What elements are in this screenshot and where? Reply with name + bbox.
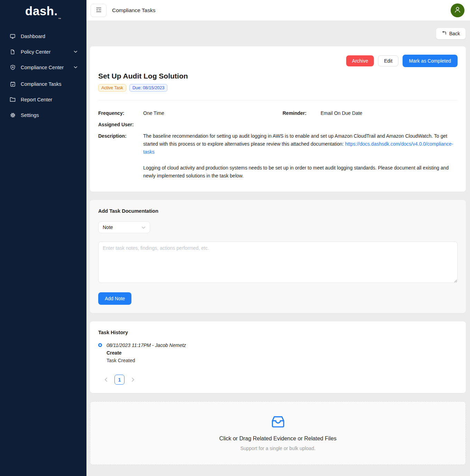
sidebar-item-compliance-center[interactable]: Compliance Center xyxy=(0,60,86,75)
description-label: Description: xyxy=(98,132,143,140)
sidebar: dash.™ Dashboard Policy Center Complianc… xyxy=(0,0,86,476)
upload-main-text: Click or Drag Related Evidence or Relate… xyxy=(219,436,337,442)
top-header: Compliance Tasks xyxy=(86,0,470,21)
page-title: Compliance Tasks xyxy=(112,7,156,13)
back-button[interactable]: Back xyxy=(436,28,466,39)
sidebar-item-label: Compliance Center xyxy=(21,65,64,70)
calendar-check-icon xyxy=(10,81,16,87)
brand-name: dash. xyxy=(25,4,58,18)
task-detail-card: Archive Edit Mark as Completed Set Up Au… xyxy=(90,46,466,192)
sidebar-item-label: Compliance Tasks xyxy=(21,81,61,87)
chevron-down-icon xyxy=(74,66,77,68)
status-badge: Active Task xyxy=(98,84,126,92)
task-badges: Active Task Due: 08/15/2023 xyxy=(98,84,458,92)
pagination-page-1[interactable]: 1 xyxy=(114,375,125,385)
sidebar-item-label: Dashboard xyxy=(21,34,45,39)
history-timestamp: 08/11/2023 11:17PM - Jacob Nemetz xyxy=(107,341,186,349)
edit-button[interactable]: Edit xyxy=(378,55,398,66)
divider xyxy=(98,100,458,100)
shield-icon xyxy=(10,65,16,70)
upload-hint-text: Support for a single or bulk upload. xyxy=(240,446,315,451)
folder-icon xyxy=(10,97,16,102)
frequency-label: Frequency: xyxy=(98,109,143,117)
history-entry-body: 08/11/2023 11:17PM - Jacob Nemetz Create… xyxy=(107,341,186,364)
description-paragraph: Logging of cloud activity and production… xyxy=(143,164,458,180)
chevron-left-icon xyxy=(104,377,108,382)
documentation-type-select[interactable]: Note xyxy=(98,221,150,233)
task-note-input[interactable] xyxy=(98,241,458,283)
sidebar-item-settings[interactable]: Settings xyxy=(0,107,86,123)
frequency-value: One Time xyxy=(143,109,283,117)
user-avatar[interactable] xyxy=(451,3,464,17)
frequency-reminder-row: Frequency: One Time Reminder: Email On D… xyxy=(98,109,458,117)
history-action: Create xyxy=(107,349,186,357)
assigned-user-label: Assigned User: xyxy=(98,121,143,129)
task-history-card: Task History 08/11/2023 11:17PM - Jacob … xyxy=(90,321,466,393)
sidebar-item-label: Settings xyxy=(21,112,39,118)
task-history-heading: Task History xyxy=(98,330,458,335)
add-note-button[interactable]: Add Note xyxy=(98,292,131,305)
user-icon xyxy=(454,6,461,15)
chevron-down-icon xyxy=(74,51,77,53)
add-documentation-heading: Add Task Documentation xyxy=(98,208,458,214)
assigned-user-row: Assigned User: xyxy=(98,121,458,129)
rollback-icon xyxy=(442,31,446,36)
sidebar-item-compliance-tasks[interactable]: Compliance Tasks xyxy=(0,76,86,92)
back-button-label: Back xyxy=(449,31,460,36)
document-icon xyxy=(10,49,16,55)
file-upload-dropzone[interactable]: Click or Drag Related Evidence or Relate… xyxy=(90,401,466,465)
main-column: Compliance Tasks Back Archive xyxy=(86,0,470,476)
menu-fold-icon xyxy=(96,7,102,13)
reminder-value: Email On Due Date xyxy=(321,109,458,117)
back-row: Back xyxy=(90,28,466,39)
description-text: The baseline recommendation for setting … xyxy=(143,132,458,180)
inbox-icon xyxy=(271,415,285,430)
pagination-prev-button[interactable] xyxy=(103,376,109,383)
mark-completed-button[interactable]: Mark as Completed xyxy=(403,55,458,67)
app-root: dash.™ Dashboard Policy Center Complianc… xyxy=(0,0,470,476)
sidebar-item-dashboard[interactable]: Dashboard xyxy=(0,28,86,44)
description-row: Description: The baseline recommendation… xyxy=(98,132,458,180)
documentation-type-value: Note xyxy=(103,225,113,230)
monitor-icon xyxy=(10,34,16,39)
history-entry: 08/11/2023 11:17PM - Jacob Nemetz Create… xyxy=(98,341,458,364)
sidebar-item-label: Policy Center xyxy=(21,49,50,55)
gear-icon xyxy=(10,112,16,118)
task-actions-row: Archive Edit Mark as Completed xyxy=(98,55,458,67)
due-date-badge: Due: 08/15/2023 xyxy=(129,84,167,92)
add-documentation-card: Add Task Documentation Note Add Note xyxy=(90,200,466,313)
brand-trademark: ™ xyxy=(58,17,62,21)
description-paragraph: The baseline recommendation for setting … xyxy=(143,132,458,156)
history-pagination: 1 xyxy=(98,375,458,385)
history-detail: Task Created xyxy=(107,357,186,364)
brand-logo: dash.™ xyxy=(0,0,86,28)
pagination-next-button[interactable] xyxy=(130,376,136,383)
chevron-right-icon xyxy=(131,377,135,382)
archive-button[interactable]: Archive xyxy=(346,55,374,66)
content-area: Back Archive Edit Mark as Completed Set … xyxy=(86,21,470,476)
chevron-down-icon xyxy=(141,225,146,230)
sidebar-item-report-center[interactable]: Report Center xyxy=(0,92,86,107)
sidebar-item-label: Report Center xyxy=(21,97,52,102)
sidebar-item-policy-center[interactable]: Policy Center xyxy=(0,44,86,60)
timeline-dot-icon xyxy=(98,343,102,347)
reminder-label: Reminder: xyxy=(283,109,321,117)
task-title: Set Up Audit Log Solution xyxy=(98,72,458,80)
sidebar-toggle-button[interactable] xyxy=(91,4,107,17)
